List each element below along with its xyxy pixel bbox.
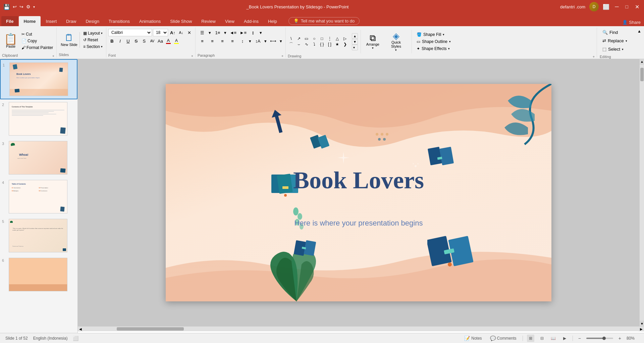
slide-item-6[interactable]: 6 (0, 255, 77, 294)
decrease-indent-button[interactable]: ◄≡ (228, 29, 238, 36)
increase-indent-button[interactable]: ►≡ (238, 29, 248, 36)
clear-format-button[interactable]: ✕ (186, 29, 193, 36)
tab-draw[interactable]: Draw (61, 16, 81, 26)
collapse-ribbon-button[interactable]: ▲ (637, 28, 644, 57)
shape-rect[interactable]: ▭ (303, 36, 310, 41)
drawing-dialog-icon[interactable]: ⬦ (593, 54, 595, 58)
clipboard-dialog-icon[interactable]: ⬦ (52, 54, 54, 57)
shape-more[interactable]: ⋮ (326, 36, 333, 41)
font-dialog-icon[interactable]: ⬦ (191, 54, 193, 57)
scroll-right-button[interactable]: ▶ (639, 327, 644, 331)
shape-square[interactable]: □ (319, 36, 325, 41)
tab-insert[interactable]: Insert (41, 16, 62, 26)
text-direction-button[interactable]: ↕A (253, 37, 263, 45)
italic-button[interactable]: I (116, 37, 124, 45)
shape-effects-button[interactable]: ✦ Shape Effects ▾ (415, 46, 453, 52)
tab-home[interactable]: Home (19, 16, 40, 26)
shape-freeform[interactable]: ∿ (303, 42, 310, 47)
close-button[interactable]: ✕ (634, 4, 641, 10)
slide-sorter-button[interactable]: ⊟ (538, 335, 546, 342)
shape-bracket[interactable]: [ ] (326, 42, 333, 47)
undo-icon[interactable]: ↩ (13, 4, 17, 9)
scroll-thumb-bottom[interactable] (117, 327, 184, 331)
tab-addins[interactable]: Add-ins (239, 16, 263, 26)
shape-connector[interactable]: ⤵ (311, 42, 318, 47)
font-shrink-button[interactable]: A↓ (177, 29, 185, 36)
scroll-down-button[interactable]: ▼ (640, 321, 644, 326)
align-left-button[interactable]: ≡ (198, 37, 207, 45)
reset-button[interactable]: ↺ Reset (82, 37, 104, 43)
numbering-button[interactable]: 1≡ (213, 29, 222, 36)
save-icon[interactable]: 💾 (3, 4, 10, 10)
shape-brace[interactable]: { } (319, 42, 325, 47)
scroll-up-button[interactable]: ▲ (640, 59, 644, 64)
char-spacing-button[interactable]: AV (149, 37, 156, 45)
shape-rtarrow[interactable]: ▷ (342, 36, 348, 41)
tab-help[interactable]: Help (263, 16, 282, 26)
font-size-select[interactable]: 18 (153, 29, 168, 36)
user-name[interactable]: defantri .com (560, 4, 585, 9)
slide-item-4[interactable]: 4 Table of Contents 01 Introduction 02 P… (0, 177, 77, 216)
normal-view-button[interactable]: ⊞ (527, 335, 534, 342)
tab-transitions[interactable]: Transitions (104, 16, 135, 26)
shape-arc[interactable]: ⌣ (296, 42, 302, 47)
shape-triangle[interactable]: △ (334, 36, 341, 41)
shape-fill-button[interactable]: 🪣 Shape Fill ▾ (415, 32, 453, 38)
scroll-thumb-right[interactable] (640, 68, 644, 81)
shape-gallery-expand[interactable]: ▲ ▼ ▾ (352, 33, 358, 50)
shape-outline-button[interactable]: ▭ Shape Outline ▾ (415, 39, 453, 45)
select-button[interactable]: ⬚ Select ▾ (600, 46, 635, 53)
line-spacing-arrow[interactable]: ▾ (248, 37, 253, 45)
zoom-slider[interactable] (586, 338, 613, 339)
shape-star[interactable]: ★ (334, 42, 341, 47)
ribbon-toggle[interactable]: ⬜ (603, 4, 609, 10)
right-scrollbar[interactable]: ▲ ▼ (639, 59, 644, 326)
tell-me-box[interactable]: 💡 Tell me what you want to do (288, 17, 360, 25)
copy-button[interactable]: 📄 Copy (20, 38, 54, 44)
zoom-level[interactable]: 80% (627, 336, 639, 341)
slide-item-5[interactable]: 5 "This is a quote. Words full of wisdom… (0, 216, 77, 255)
comments-button[interactable]: 💬 Comments (488, 335, 519, 342)
slide-item-1[interactable]: 1 Book Lovers Here is where your present… (0, 59, 77, 99)
quick-styles-button[interactable]: ◈ Quick Styles ▾ (383, 30, 409, 53)
shape-curve[interactable]: ⌒ (288, 42, 294, 47)
shape-arrow[interactable]: ↗ (296, 36, 302, 41)
slideshow-button[interactable]: ▶ (561, 335, 569, 342)
tab-animations[interactable]: Animations (135, 16, 165, 26)
change-case-button[interactable]: Aa (157, 37, 164, 45)
font-grow-button[interactable]: A↑ (169, 29, 176, 36)
convert-to-smartart-button[interactable]: ⟷ (269, 37, 278, 45)
slide-item-3[interactable]: 3 Whoa! some text here (0, 138, 77, 177)
scroll-left-button[interactable]: ◀ (78, 327, 83, 331)
bullets-arrow[interactable]: ▾ (208, 29, 212, 36)
tab-file[interactable]: File (1, 16, 18, 26)
bold-button[interactable]: B (108, 37, 116, 45)
accessibility-icon[interactable]: ⬜ (73, 336, 78, 341)
convert-arrow[interactable]: ▾ (279, 37, 283, 45)
minimize-button[interactable]: ─ (613, 4, 620, 10)
justify-button[interactable]: ≡ (228, 37, 237, 45)
font-color-button[interactable]: A (165, 37, 172, 45)
text-highlight-button[interactable]: A (173, 37, 180, 45)
underline-button[interactable]: U (124, 37, 132, 45)
align-right-button[interactable]: ≡ (218, 37, 227, 45)
layout-button[interactable]: ▦ Layout ▾ (82, 30, 104, 36)
customize-icon[interactable]: ⚙ (26, 4, 31, 9)
numbering-arrow[interactable]: ▾ (223, 29, 228, 36)
shape-line[interactable]: \ (288, 36, 294, 41)
tab-design[interactable]: Design (81, 16, 104, 26)
font-name-select[interactable]: Calibri (108, 29, 152, 36)
user-avatar[interactable]: D (589, 2, 599, 11)
reading-view-button[interactable]: 📖 (550, 335, 557, 342)
restore-button[interactable]: □ (624, 4, 630, 9)
tab-review[interactable]: Review (197, 16, 220, 26)
format-painter-button[interactable]: 🖌 Format Painter (20, 45, 54, 51)
replace-button[interactable]: ⇄ Replace ▾ (600, 37, 635, 44)
paragraph-dialog-icon[interactable]: ⬦ (281, 54, 283, 57)
shape-chevron[interactable]: ❯ (342, 42, 348, 47)
columns-arrow[interactable]: ▾ (259, 29, 263, 36)
line-spacing-button[interactable]: ↕ (238, 37, 247, 45)
language-indicator[interactable]: English (Indonesia) (33, 336, 68, 341)
shape-circle[interactable]: ○ (311, 36, 318, 41)
columns-button[interactable]: ⫿ (249, 29, 258, 36)
